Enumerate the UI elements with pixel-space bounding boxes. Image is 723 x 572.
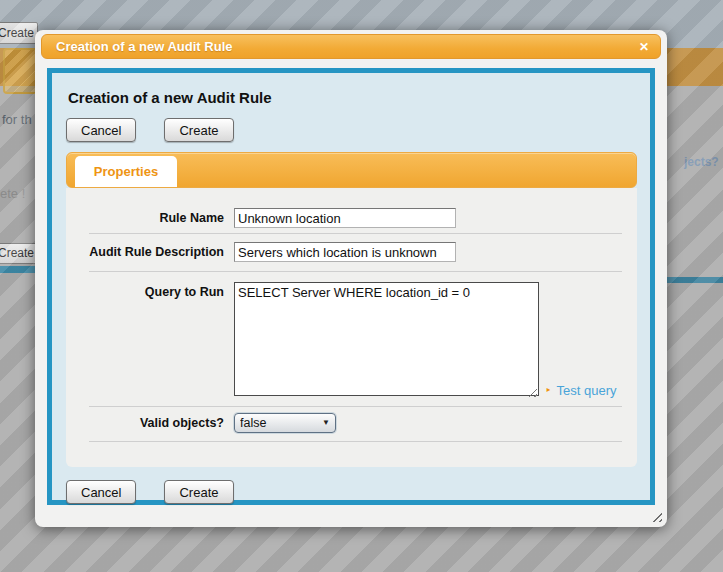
form-row-description: Audit Rule Description <box>66 234 637 271</box>
properties-form: Rule Name Audit Rule Description Query t… <box>66 188 637 467</box>
dialog-title: Creation of a new Audit Rule <box>42 39 232 54</box>
description-input[interactable] <box>234 242 456 262</box>
form-row-query: Query to Run SELECT Server WHERE locatio… <box>66 272 637 406</box>
create-button-bottom[interactable]: Create <box>164 480 233 504</box>
tab-properties[interactable]: Properties <box>75 156 177 187</box>
dialog-titlebar[interactable]: Creation of a new Audit Rule ✕ <box>41 34 661 59</box>
query-textarea[interactable]: SELECT Server WHERE location_id = 0 <box>234 282 539 396</box>
rule-name-input[interactable] <box>234 208 456 228</box>
valid-objects-select[interactable]: false <box>234 413 336 433</box>
rule-name-label: Rule Name <box>66 211 234 225</box>
test-query-label: Test query <box>557 383 617 398</box>
top-button-row: Cancel Create <box>66 118 637 142</box>
page-title: Creation of a new Audit Rule <box>68 89 637 106</box>
dialog-resize-grip-icon[interactable] <box>649 509 662 522</box>
form-row-rule-name: Rule Name <box>66 204 637 233</box>
screen: Create for th ete ! Create jects? Creati… <box>0 0 723 572</box>
audit-rule-dialog: Creation of a new Audit Rule ✕ Creation … <box>35 30 667 527</box>
valid-objects-label: Valid objects? <box>66 416 234 430</box>
cancel-button-top[interactable]: Cancel <box>66 118 136 142</box>
tab-bar: Properties <box>66 152 637 188</box>
form-row-valid-objects: Valid objects? false ▼ <box>66 407 637 441</box>
create-button-top[interactable]: Create <box>164 118 233 142</box>
description-label: Audit Rule Description <box>66 245 234 259</box>
close-icon[interactable]: ✕ <box>639 41 649 53</box>
row-separator <box>89 441 622 442</box>
cancel-button-bottom[interactable]: Cancel <box>66 480 136 504</box>
dialog-content-panel: Creation of a new Audit Rule Cancel Crea… <box>47 68 655 505</box>
test-query-link[interactable]: ‣ Test query <box>545 383 616 398</box>
query-label: Query to Run <box>66 282 234 299</box>
arrow-bullet-icon: ‣ <box>545 384 552 397</box>
bottom-button-row: Cancel Create <box>66 480 637 504</box>
